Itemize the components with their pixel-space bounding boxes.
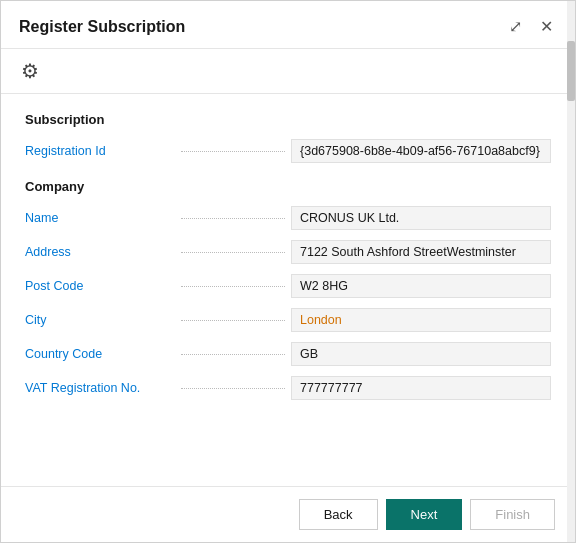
dialog-footer: Back Next Finish (1, 486, 575, 542)
field-row-name: Name CRONUS UK Ltd. (25, 204, 551, 232)
field-row-vat-registration: VAT Registration No. 777777777 (25, 374, 551, 402)
field-dots (181, 252, 285, 253)
city-value[interactable]: London (291, 308, 551, 332)
back-button[interactable]: Back (299, 499, 378, 530)
field-dots (181, 218, 285, 219)
field-dots (181, 151, 285, 152)
finish-button: Finish (470, 499, 555, 530)
scrollbar-track[interactable] (567, 1, 575, 542)
country-code-value[interactable]: GB (291, 342, 551, 366)
field-dots (181, 320, 285, 321)
address-value[interactable]: 7122 South Ashford StreetWestminster (291, 240, 551, 264)
register-subscription-dialog: Register Subscription ⤢ ✕ ⚙ Subscription… (0, 0, 576, 543)
field-dots (181, 388, 285, 389)
registration-id-value[interactable]: {3d675908-6b8e-4b09-af56-76710a8abcf9} (291, 139, 551, 163)
dialog-header: Register Subscription ⤢ ✕ (1, 1, 575, 49)
dialog-title: Register Subscription (19, 18, 185, 36)
expand-button[interactable]: ⤢ (505, 15, 526, 38)
address-label: Address (25, 245, 175, 259)
gear-icon: ⚙ (21, 60, 39, 82)
company-section-label: Company (25, 179, 551, 194)
field-row-post-code: Post Code W2 8HG (25, 272, 551, 300)
dialog-content: Subscription Registration Id {3d675908-6… (1, 94, 575, 486)
field-row-registration-id: Registration Id {3d675908-6b8e-4b09-af56… (25, 137, 551, 165)
post-code-label: Post Code (25, 279, 175, 293)
vat-registration-label: VAT Registration No. (25, 381, 175, 395)
next-button[interactable]: Next (386, 499, 463, 530)
name-label: Name (25, 211, 175, 225)
dialog-toolbar: ⚙ (1, 49, 575, 94)
close-icon: ✕ (540, 17, 553, 36)
expand-icon: ⤢ (509, 17, 522, 36)
city-label: City (25, 313, 175, 327)
scrollbar-thumb[interactable] (567, 41, 575, 101)
country-code-label: Country Code (25, 347, 175, 361)
header-icons: ⤢ ✕ (505, 15, 557, 38)
vat-registration-value[interactable]: 777777777 (291, 376, 551, 400)
field-dots (181, 286, 285, 287)
field-row-address: Address 7122 South Ashford StreetWestmin… (25, 238, 551, 266)
close-button[interactable]: ✕ (536, 15, 557, 38)
field-dots (181, 354, 285, 355)
post-code-value[interactable]: W2 8HG (291, 274, 551, 298)
field-row-country-code: Country Code GB (25, 340, 551, 368)
field-row-city: City London (25, 306, 551, 334)
name-value[interactable]: CRONUS UK Ltd. (291, 206, 551, 230)
subscription-section-label: Subscription (25, 112, 551, 127)
registration-id-label: Registration Id (25, 144, 175, 158)
settings-gear-button[interactable]: ⚙ (19, 57, 41, 85)
